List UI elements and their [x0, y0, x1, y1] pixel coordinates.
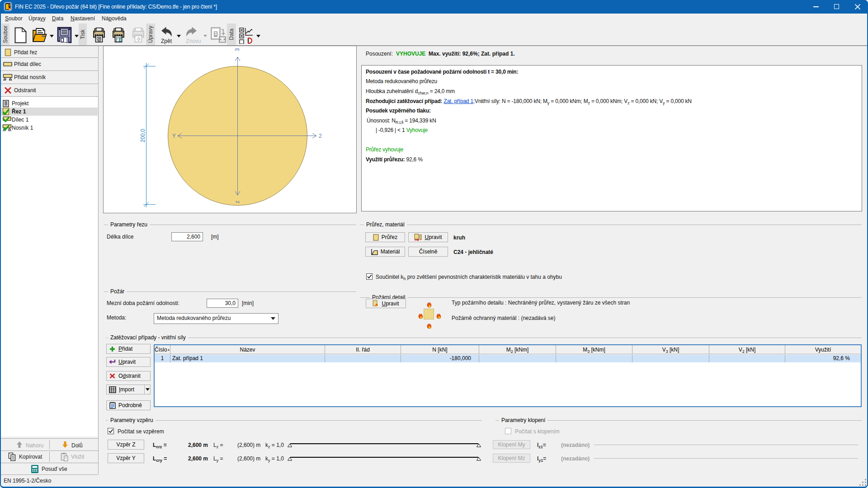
svg-text:z: z: [234, 201, 241, 203]
svg-text:Y: Y: [172, 133, 176, 139]
svg-text:200,0: 200,0: [140, 129, 146, 142]
svg-text:3: 3: [234, 48, 241, 51]
svg-text:2: 2: [319, 133, 322, 139]
